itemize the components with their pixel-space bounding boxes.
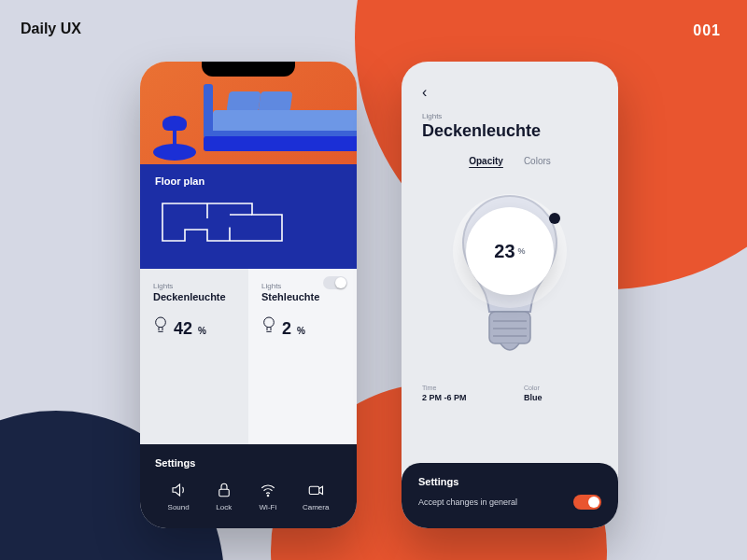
svg-rect-4 [309, 486, 319, 494]
back-button[interactable]: ‹ [422, 84, 598, 101]
settings-item-sound[interactable]: Sound [168, 482, 190, 511]
phone-notch [202, 62, 295, 77]
light-name: Stehleuchte [261, 291, 344, 302]
detail-title: Deckenleuchte [422, 121, 598, 141]
svg-rect-5 [489, 312, 530, 343]
light-value: 42 [174, 319, 192, 339]
page-number: 001 [693, 22, 721, 39]
light-name: Deckenleuchte [153, 291, 235, 302]
settings-label: Settings [418, 476, 601, 487]
wifi-icon [259, 482, 277, 498]
detail-category: Lights [422, 112, 598, 120]
light-card-deckenleuchte[interactable]: Lights Deckenleuchte 42 % [140, 269, 248, 444]
page-title: Daily UX [21, 21, 81, 37]
tabs: Opacity Colors [422, 156, 598, 166]
light-cards: Lights Deckenleuchte 42 % Lights Stehleu… [140, 269, 357, 444]
svg-point-0 [156, 317, 166, 328]
sound-icon [169, 482, 188, 498]
bulb-icon [261, 315, 276, 334]
accept-label: Accept changes in general [418, 497, 517, 507]
settings-panel: Settings Sound Lock Wi-Fi Camera [140, 444, 357, 528]
light-category: Lights [153, 282, 235, 290]
floorplan-section[interactable]: Floor plan [140, 164, 357, 269]
accept-toggle[interactable] [573, 495, 601, 510]
detail-settings-panel: Settings Accept changes in general [402, 463, 618, 528]
opacity-unit: % [518, 246, 526, 256]
settings-item-lock[interactable]: Lock [215, 482, 233, 511]
bulb-icon [153, 315, 168, 334]
room-hero-image [140, 62, 357, 164]
svg-point-1 [264, 317, 275, 328]
settings-item-wifi[interactable]: Wi-Fi [259, 482, 277, 511]
meta-color[interactable]: Color Blue [524, 385, 598, 402]
tab-opacity[interactable]: Opacity [469, 156, 503, 166]
light-card-stehleuchte[interactable]: Lights Stehleuchte 2 % [248, 269, 357, 444]
tab-colors[interactable]: Colors [524, 156, 551, 166]
light-value: 2 [282, 319, 291, 339]
lock-icon [215, 482, 233, 498]
floorplan-icon [155, 194, 304, 250]
svg-rect-2 [219, 489, 230, 497]
settings-item-camera[interactable]: Camera [303, 482, 329, 511]
floorplan-label: Floor plan [155, 175, 342, 187]
detail-meta: Time 2 PM -6 PM Color Blue [402, 385, 618, 415]
meta-time[interactable]: Time 2 PM -6 PM [422, 385, 496, 402]
phone-home: Floor plan Lights Deckenleuchte 42 % Lig… [140, 62, 357, 528]
phone-detail: ‹ Lights Deckenleuchte Opacity Colors 23… [402, 62, 618, 528]
settings-label: Settings [155, 457, 342, 469]
camera-icon [306, 482, 325, 498]
light-toggle[interactable] [323, 276, 347, 289]
opacity-value: 23 [494, 241, 514, 262]
opacity-dial-area: 23 % [402, 170, 618, 385]
dial-knob[interactable] [549, 213, 560, 224]
opacity-dial[interactable]: 23 % [466, 207, 554, 295]
light-unit: % [198, 326, 206, 336]
svg-point-3 [267, 495, 269, 497]
light-unit: % [297, 326, 305, 336]
